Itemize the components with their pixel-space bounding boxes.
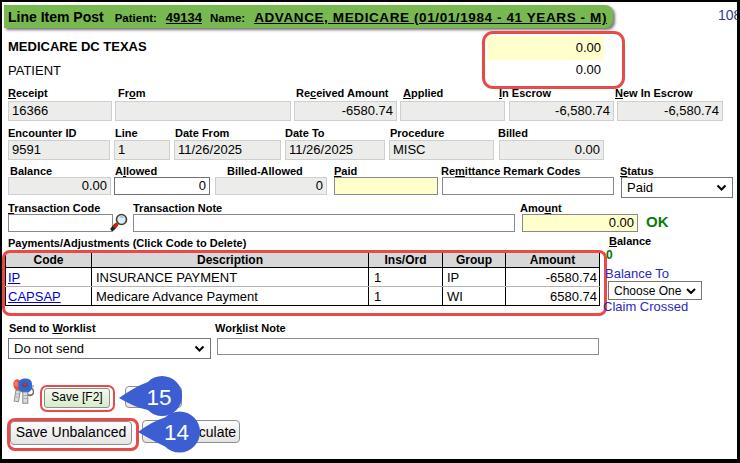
svg-text:15: 15: [146, 385, 171, 410]
svg-text:14: 14: [164, 420, 189, 445]
